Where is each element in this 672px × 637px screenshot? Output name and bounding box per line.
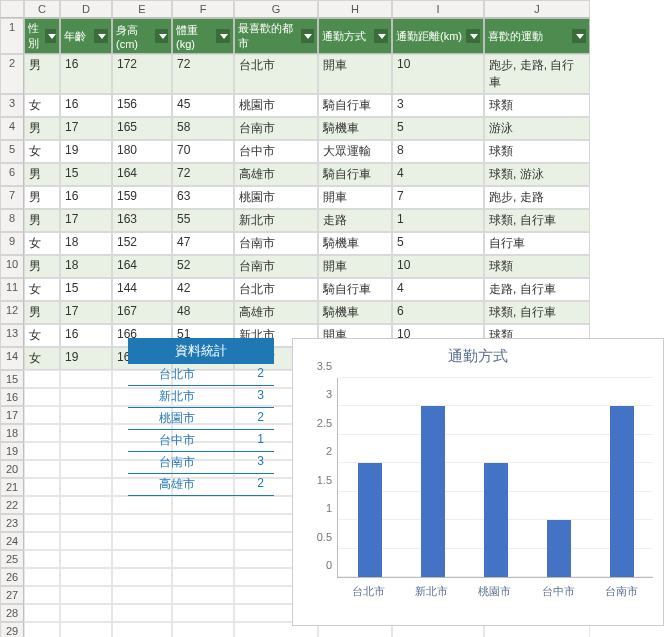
cell[interactable]: 72 bbox=[172, 163, 234, 186]
cell[interactable]: 45 bbox=[172, 94, 234, 117]
cell[interactable] bbox=[60, 550, 112, 568]
row-header[interactable]: 17 bbox=[0, 406, 24, 424]
cell[interactable] bbox=[24, 586, 60, 604]
cell[interactable]: 桃園市 bbox=[234, 94, 318, 117]
cell[interactable] bbox=[24, 568, 60, 586]
cell[interactable]: 18 bbox=[60, 255, 112, 278]
cell[interactable] bbox=[24, 514, 60, 532]
table-header[interactable]: 通勤方式 bbox=[318, 18, 392, 54]
cell[interactable] bbox=[172, 532, 234, 550]
cell[interactable]: 167 bbox=[112, 301, 172, 324]
cell[interactable]: 球類, 自行車 bbox=[484, 209, 590, 232]
cell[interactable] bbox=[24, 424, 60, 442]
cell[interactable]: 164 bbox=[112, 163, 172, 186]
cell[interactable]: 58 bbox=[172, 117, 234, 140]
cell[interactable] bbox=[60, 496, 112, 514]
cell[interactable] bbox=[112, 586, 172, 604]
row-header[interactable]: 19 bbox=[0, 442, 24, 460]
cell[interactable] bbox=[60, 532, 112, 550]
cell[interactable]: 男 bbox=[24, 301, 60, 324]
row-header[interactable]: 16 bbox=[0, 388, 24, 406]
cell[interactable]: 165 bbox=[112, 117, 172, 140]
cell[interactable] bbox=[172, 622, 234, 637]
cell[interactable] bbox=[60, 622, 112, 637]
cell[interactable] bbox=[60, 388, 112, 406]
row-header[interactable]: 23 bbox=[0, 514, 24, 532]
cell[interactable] bbox=[172, 586, 234, 604]
cell[interactable]: 4 bbox=[392, 163, 484, 186]
cell[interactable]: 開車 bbox=[318, 255, 392, 278]
cell[interactable]: 172 bbox=[112, 54, 172, 94]
cell[interactable]: 台北市 bbox=[234, 278, 318, 301]
cell[interactable]: 18 bbox=[60, 232, 112, 255]
cell[interactable]: 台南市 bbox=[234, 117, 318, 140]
cell[interactable]: 55 bbox=[172, 209, 234, 232]
cell[interactable]: 騎自行車 bbox=[318, 163, 392, 186]
cell[interactable]: 球類, 游泳 bbox=[484, 163, 590, 186]
cell[interactable] bbox=[112, 604, 172, 622]
cell[interactable] bbox=[172, 514, 234, 532]
cell[interactable]: 女 bbox=[24, 232, 60, 255]
cell[interactable] bbox=[24, 370, 60, 388]
cell[interactable]: 走路, 自行車 bbox=[484, 278, 590, 301]
cell[interactable]: 17 bbox=[60, 209, 112, 232]
row-header[interactable]: 22 bbox=[0, 496, 24, 514]
cell[interactable]: 8 bbox=[392, 140, 484, 163]
cell[interactable]: 163 bbox=[112, 209, 172, 232]
table-header[interactable]: 體重(kg) bbox=[172, 18, 234, 54]
cell[interactable]: 156 bbox=[112, 94, 172, 117]
cell[interactable]: 7 bbox=[392, 186, 484, 209]
cell[interactable]: 164 bbox=[112, 255, 172, 278]
cell[interactable]: 女 bbox=[24, 94, 60, 117]
filter-dropdown-icon[interactable] bbox=[94, 29, 108, 43]
table-header[interactable]: 最喜歡的都市 bbox=[234, 18, 318, 54]
cell[interactable]: 180 bbox=[112, 140, 172, 163]
cell[interactable]: 70 bbox=[172, 140, 234, 163]
row-header[interactable]: 21 bbox=[0, 478, 24, 496]
cell[interactable]: 6 bbox=[392, 301, 484, 324]
cell[interactable]: 球類 bbox=[484, 94, 590, 117]
cell[interactable]: 4 bbox=[392, 278, 484, 301]
row-header[interactable]: 9 bbox=[0, 232, 24, 255]
cell[interactable] bbox=[172, 568, 234, 586]
cell[interactable]: 16 bbox=[60, 94, 112, 117]
cell[interactable]: 男 bbox=[24, 54, 60, 94]
row-header[interactable]: 10 bbox=[0, 255, 24, 278]
filter-dropdown-icon[interactable] bbox=[216, 29, 230, 43]
cell[interactable]: 騎自行車 bbox=[318, 94, 392, 117]
bar-chart[interactable]: 通勤方式 00.511.522.533.5 台北市新北市桃園市台中市台南市 bbox=[292, 338, 664, 626]
row-header[interactable]: 15 bbox=[0, 370, 24, 388]
cell[interactable]: 新北市 bbox=[234, 209, 318, 232]
filter-dropdown-icon[interactable] bbox=[374, 29, 388, 43]
cell[interactable]: 台中市 bbox=[234, 140, 318, 163]
cell[interactable] bbox=[172, 604, 234, 622]
cell[interactable]: 男 bbox=[24, 117, 60, 140]
col-header[interactable]: J bbox=[484, 0, 590, 18]
cell[interactable]: 男 bbox=[24, 163, 60, 186]
col-header[interactable]: D bbox=[60, 0, 112, 18]
row-header[interactable]: 24 bbox=[0, 532, 24, 550]
cell[interactable]: 球類 bbox=[484, 140, 590, 163]
cell[interactable] bbox=[24, 622, 60, 637]
cell[interactable] bbox=[172, 496, 234, 514]
row-header[interactable]: 11 bbox=[0, 278, 24, 301]
filter-dropdown-icon[interactable] bbox=[466, 29, 480, 43]
cell[interactable] bbox=[112, 514, 172, 532]
cell[interactable]: 跑步, 走路 bbox=[484, 186, 590, 209]
cell[interactable]: 144 bbox=[112, 278, 172, 301]
row-header[interactable]: 18 bbox=[0, 424, 24, 442]
table-header[interactable]: 喜歡的運動 bbox=[484, 18, 590, 54]
cell[interactable] bbox=[60, 604, 112, 622]
cell[interactable] bbox=[24, 496, 60, 514]
cell[interactable] bbox=[112, 550, 172, 568]
cell[interactable]: 騎機車 bbox=[318, 232, 392, 255]
cell[interactable]: 桃園市 bbox=[234, 186, 318, 209]
row-header[interactable]: 20 bbox=[0, 460, 24, 478]
cell[interactable]: 台南市 bbox=[234, 255, 318, 278]
filter-dropdown-icon[interactable] bbox=[45, 29, 56, 43]
row-header[interactable]: 4 bbox=[0, 117, 24, 140]
cell[interactable]: 騎機車 bbox=[318, 117, 392, 140]
col-header[interactable]: F bbox=[172, 0, 234, 18]
cell[interactable]: 女 bbox=[24, 278, 60, 301]
cell[interactable]: 跑步, 走路, 自行車 bbox=[484, 54, 590, 94]
